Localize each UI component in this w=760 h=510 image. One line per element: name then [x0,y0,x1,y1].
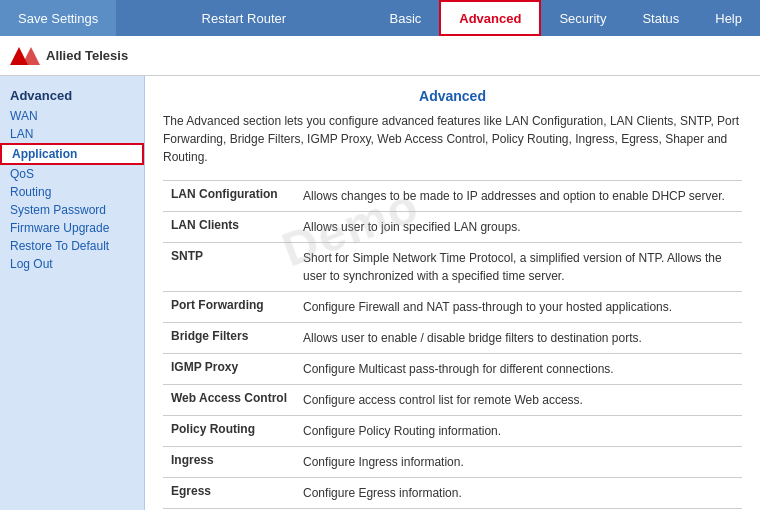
sidebar-item-lan[interactable]: LAN [0,125,144,143]
sidebar-section-title: Advanced [0,84,144,107]
restart-router-button[interactable]: Restart Router [184,0,305,36]
feature-name: LAN Configuration [163,181,295,212]
sidebar: Advanced WAN LAN Application QoS Routing… [0,76,145,510]
content-area: Advanced The Advanced section lets you c… [145,76,760,510]
content-title: Advanced [163,88,742,104]
table-row: LAN ConfigurationAllows changes to be ma… [163,181,742,212]
feature-table: LAN ConfigurationAllows changes to be ma… [163,180,742,510]
feature-name: Ingress [163,447,295,478]
sidebar-item-application[interactable]: Application [0,143,144,165]
feature-desc: Allows user to enable / disable bridge f… [295,323,742,354]
table-row: LAN ClientsAllows user to join specified… [163,212,742,243]
sidebar-item-system-password[interactable]: System Password [0,201,144,219]
logo: Allied Telesis [10,46,128,66]
feature-desc: Configure Multicast pass-through for dif… [295,354,742,385]
feature-desc: Allows user to join specified LAN groups… [295,212,742,243]
sidebar-item-log-out[interactable]: Log Out [0,255,144,273]
feature-desc: Configure Ingress information. [295,447,742,478]
table-row: IGMP ProxyConfigure Multicast pass-throu… [163,354,742,385]
nav-basic[interactable]: Basic [371,0,439,36]
svg-marker-1 [22,47,40,65]
table-row: EgressConfigure Egress information. [163,478,742,509]
logo-bar: Allied Telesis [0,36,760,76]
top-nav: Save Settings Restart Router Basic Advan… [0,0,760,36]
nav-status[interactable]: Status [624,0,697,36]
table-row: Policy RoutingConfigure Policy Routing i… [163,416,742,447]
sidebar-item-wan[interactable]: WAN [0,107,144,125]
feature-name: LAN Clients [163,212,295,243]
table-row: SNTPShort for Simple Network Time Protoc… [163,243,742,292]
feature-desc: Configure Policy Routing information. [295,416,742,447]
sidebar-item-restore-to-default[interactable]: Restore To Default [0,237,144,255]
sidebar-item-firmware-upgrade[interactable]: Firmware Upgrade [0,219,144,237]
feature-name: Bridge Filters [163,323,295,354]
feature-name: Web Access Control [163,385,295,416]
sidebar-item-qos[interactable]: QoS [0,165,144,183]
feature-name: Egress [163,478,295,509]
feature-name: IGMP Proxy [163,354,295,385]
table-row: Web Access ControlConfigure access contr… [163,385,742,416]
feature-desc: Configure access control list for remote… [295,385,742,416]
table-row: Bridge FiltersAllows user to enable / di… [163,323,742,354]
nav-security[interactable]: Security [541,0,624,36]
brand-name: Allied Telesis [46,48,128,63]
nav-help[interactable]: Help [697,0,760,36]
table-row: Port ForwardingConfigure Firewall and NA… [163,292,742,323]
feature-desc: Short for Simple Network Time Protocol, … [295,243,742,292]
feature-desc: Configure Firewall and NAT pass-through … [295,292,742,323]
main-layout: Advanced WAN LAN Application QoS Routing… [0,76,760,510]
feature-name: Policy Routing [163,416,295,447]
brand-icon [10,46,40,66]
sidebar-item-routing[interactable]: Routing [0,183,144,201]
content-intro: The Advanced section lets you configure … [163,112,742,166]
feature-desc: Allows changes to be made to IP addresse… [295,181,742,212]
feature-name: Port Forwarding [163,292,295,323]
feature-desc: Configure Egress information. [295,478,742,509]
nav-advanced[interactable]: Advanced [439,0,541,36]
save-settings-button[interactable]: Save Settings [0,0,116,36]
table-row: IngressConfigure Ingress information. [163,447,742,478]
feature-name: SNTP [163,243,295,292]
